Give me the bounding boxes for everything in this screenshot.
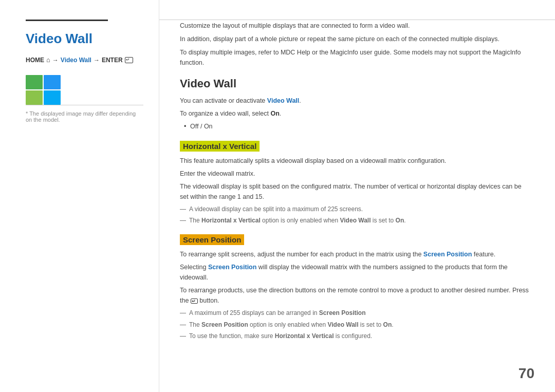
hxv-heading: Horizontal x Vertical: [180, 141, 260, 152]
hxv-desc2: Enter the videowall matrix.: [180, 169, 529, 179]
videowall-body2: To organize a video wall, select On.: [180, 108, 529, 119]
sp-note3: To use the function, make sure Horizonta…: [180, 331, 529, 341]
hxv-note2: The Horizontal x Vertical option is only…: [180, 216, 529, 226]
bullet-off: Off: [190, 123, 198, 130]
sp-note2-vw: Video Wall: [328, 321, 359, 328]
hxv-note2-hxv: Horizontal x Vertical: [201, 217, 261, 224]
videowall-body1: You can activate or deactivate Video Wal…: [180, 96, 529, 106]
sidebar-note: * The displayed image may differ dependi…: [26, 110, 143, 123]
sp-heading-wrapper: Screen Position: [180, 227, 529, 249]
sp-desc2-highlight: Screen Position: [208, 264, 256, 271]
sp-desc2: Selecting Screen Position will display t…: [180, 262, 529, 283]
sidebar-divider: [26, 105, 143, 105]
sp-note2: The Screen Position option is only enabl…: [180, 320, 529, 330]
sp-desc1: To rearrange split screens, adjust the n…: [180, 249, 529, 259]
hxv-desc3: The videowall display is split based on …: [180, 181, 529, 202]
quad-bottom-left: [26, 90, 43, 105]
section-videowall-title: Video Wall: [180, 77, 529, 90]
intro-line-1: Customize the layout of multiple display…: [180, 21, 529, 31]
hxv-note2-on: On: [396, 217, 404, 224]
hxv-desc1: This feature automatically splits a vide…: [180, 156, 529, 166]
home-nav: HOME ⌂ → Video Wall → ENTER: [26, 56, 143, 64]
page-number: 70: [519, 365, 534, 382]
nav-arrow2: →: [94, 57, 100, 64]
videowall-bullet: Off / On: [180, 121, 529, 132]
nav-arrow1: →: [52, 57, 59, 64]
intro-line-2: In addition, display part of a whole pic…: [180, 34, 529, 44]
videowall-on-label: On: [270, 110, 279, 117]
enter-icon-inline: ↵: [191, 298, 198, 304]
sp-note3-hxv: Horizontal x Vertical: [275, 332, 334, 340]
nav-section: Video Wall: [61, 57, 91, 64]
sidebar-top-line: [26, 20, 108, 21]
quad-top-right: [44, 75, 61, 89]
intro-line-3: To display multiple images, refer to MDC…: [180, 47, 529, 68]
quad-bottom-right: [44, 90, 61, 105]
sidebar: Video Wall HOME ⌂ → Video Wall → ENTER *…: [0, 0, 159, 392]
sp-note2-on: On: [383, 321, 392, 328]
home-icon: ⌂: [46, 56, 50, 64]
quad-top-left: [26, 75, 43, 89]
hxv-heading-wrapper: Horizontal x Vertical: [180, 134, 529, 156]
enter-icon: [125, 57, 133, 63]
videowall-highlight: Video Wall: [267, 97, 300, 104]
video-wall-image: [26, 75, 61, 105]
nav-enter: ENTER: [102, 57, 123, 64]
bullet-on: On: [204, 123, 213, 130]
hxv-note2-vw: Video Wall: [340, 217, 371, 224]
sidebar-title: Video Wall: [26, 31, 143, 47]
sp-note1-highlight: Screen Position: [319, 309, 366, 316]
page-container: Video Wall HOME ⌂ → Video Wall → ENTER *…: [0, 0, 555, 392]
home-label: HOME: [26, 57, 44, 64]
hxv-note1: A videowall display can be split into a …: [180, 204, 529, 214]
sp-heading: Screen Position: [180, 234, 244, 245]
sp-note2-sp: Screen Position: [201, 321, 248, 328]
sp-desc1-highlight: Screen Position: [423, 251, 472, 258]
main-content: Customize the layout of multiple display…: [159, 0, 555, 392]
sp-note1: A maximum of 255 displays can be arrange…: [180, 308, 529, 318]
sp-desc3: To rearrange products, use the direction…: [180, 285, 529, 306]
top-divider-line: [159, 20, 555, 20]
